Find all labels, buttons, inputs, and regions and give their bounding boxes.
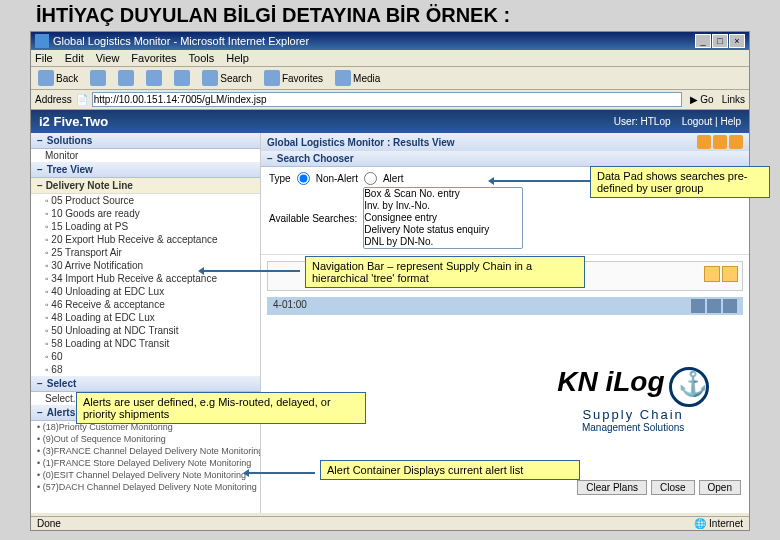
home-icon: [174, 70, 190, 86]
slide-title: İHTİYAÇ DUYULAN BİLGİ DETAYINA BİR ÖRNEK…: [0, 0, 780, 31]
delivery-note-header[interactable]: − Delivery Note Line: [31, 178, 260, 194]
help-link[interactable]: Help: [720, 116, 741, 127]
search-chooser-header[interactable]: −Search Chooser: [261, 151, 749, 167]
favorites-button[interactable]: Favorites: [261, 69, 326, 87]
search-select[interactable]: Box & Scan No. entryInv. by Inv.-No.Cons…: [363, 187, 523, 249]
callout-navbar: Navigation Bar – represent Supply Chain …: [305, 256, 585, 288]
back-button[interactable]: Back: [35, 69, 81, 87]
menu-view[interactable]: View: [96, 52, 120, 64]
callout-alerts: Alerts are user defined, e.g Mis-routed,…: [76, 392, 366, 424]
menu-edit[interactable]: Edit: [65, 52, 84, 64]
tree-item[interactable]: ◦ 68: [31, 363, 260, 376]
ts-icon-3[interactable]: [723, 299, 737, 313]
callout-datapad: Data Pad shows searches pre-defined by u…: [590, 166, 770, 198]
alert-item[interactable]: • (57)DACH Channel Delayed Delivery Note…: [31, 481, 260, 493]
alert-item[interactable]: • (9)Out of Sequence Monitoring: [31, 433, 260, 445]
ts-icon-1[interactable]: [691, 299, 705, 313]
arrow-1: [490, 180, 590, 182]
logo-sub1: Supply Chain: [557, 407, 709, 422]
tree-item[interactable]: ◦ 50 Unloading at NDC Transit: [31, 324, 260, 337]
tree-item[interactable]: ◦ 10 Goods are ready: [31, 207, 260, 220]
links-label[interactable]: Links: [722, 94, 745, 105]
tree-item[interactable]: ◦ 40 Unloading at EDC Lux: [31, 285, 260, 298]
stop-button[interactable]: [115, 69, 137, 87]
address-bar: Address 📄 ▶ Go Links: [31, 90, 749, 110]
status-bar: Done 🌐 Internet: [31, 516, 749, 530]
media-button[interactable]: Media: [332, 69, 383, 87]
menu-file[interactable]: File: [35, 52, 53, 64]
go-button[interactable]: ▶ Go: [686, 94, 718, 105]
app-header: i2 Five.Two User: HTLop Logout | Help: [31, 110, 749, 133]
search-button[interactable]: Search: [199, 69, 255, 87]
tree-item[interactable]: ◦ 20 Export Hub Receive & acceptance: [31, 233, 260, 246]
status-zone: 🌐 Internet: [694, 518, 743, 529]
treeview-header[interactable]: −Tree View: [31, 162, 260, 178]
home-button[interactable]: [171, 69, 193, 87]
logo-text: KN iLog: [557, 366, 664, 397]
alert-radio[interactable]: [364, 172, 377, 185]
alert-item[interactable]: • (1)FRANCE Store Delayed Delivery Note …: [31, 457, 260, 469]
forward-button[interactable]: [87, 69, 109, 87]
alert-item[interactable]: • (0)ESIT Channel Delayed Delivery Note …: [31, 469, 260, 481]
monitor-item[interactable]: Monitor: [31, 149, 260, 162]
window-titlebar: Global Logistics Monitor - Microsoft Int…: [31, 32, 749, 50]
close-button[interactable]: ×: [729, 34, 745, 48]
arrow-4: [245, 472, 315, 474]
forward-icon: [90, 70, 106, 86]
address-label: Address: [35, 94, 72, 105]
favorites-icon: [264, 70, 280, 86]
tree-item[interactable]: ◦ 58 Loading at NDC Transit: [31, 337, 260, 350]
close-panel-button[interactable]: Close: [651, 480, 695, 495]
results-header: Global Logistics Monitor : Results View: [261, 133, 749, 151]
select-header[interactable]: −Select: [31, 376, 260, 392]
tree-item[interactable]: ◦ 46 Receive & acceptance: [31, 298, 260, 311]
app-brand: i2 Five.Two: [39, 114, 108, 129]
arrow-2: [200, 270, 300, 272]
media-icon: [335, 70, 351, 86]
tree-item[interactable]: ◦ 15 Loading at PS: [31, 220, 260, 233]
result-btn-1[interactable]: [704, 266, 720, 282]
timestamp-bar: 4-01:00: [267, 297, 743, 315]
address-input[interactable]: [92, 92, 682, 107]
window-title: Global Logistics Monitor - Microsoft Int…: [53, 35, 309, 47]
result-btn-2[interactable]: [722, 266, 738, 282]
menu-bar: File Edit View Favorites Tools Help: [31, 50, 749, 67]
kn-logo: KN iLog Supply Chain Management Solution…: [557, 366, 709, 433]
ts-icon-2[interactable]: [707, 299, 721, 313]
callout-alertcontainer: Alert Container Displays current alert l…: [320, 460, 580, 480]
toolbar: Back Search Favorites Media: [31, 67, 749, 90]
open-button[interactable]: Open: [699, 480, 741, 495]
page-icon: 📄: [76, 94, 88, 105]
ie-icon: [35, 34, 49, 48]
solutions-header[interactable]: −Solutions: [31, 133, 260, 149]
user-label: User: HTLop: [614, 116, 671, 127]
warning-icon[interactable]: [697, 135, 711, 149]
left-sidebar: −Solutions Monitor −Tree View − Delivery…: [31, 133, 261, 513]
tree-item[interactable]: ◦ 05 Product Source: [31, 194, 260, 207]
maximize-button[interactable]: □: [712, 34, 728, 48]
anchor-icon: [669, 367, 709, 407]
tree-item[interactable]: ◦ 48 Loading at EDC Lux: [31, 311, 260, 324]
info-icon[interactable]: [713, 135, 727, 149]
menu-help[interactable]: Help: [226, 52, 249, 64]
type-label: Type: [269, 173, 291, 184]
tree-item[interactable]: ◦ 25 Transport Air: [31, 246, 260, 259]
refresh-icon: [146, 70, 162, 86]
tool-icon[interactable]: [729, 135, 743, 149]
menu-tools[interactable]: Tools: [189, 52, 215, 64]
logout-link[interactable]: Logout: [682, 116, 713, 127]
minimize-button[interactable]: _: [695, 34, 711, 48]
menu-favorites[interactable]: Favorites: [131, 52, 176, 64]
stop-icon: [118, 70, 134, 86]
tree-item[interactable]: ◦ 34 Import Hub Receive & acceptance: [31, 272, 260, 285]
tree-item[interactable]: ◦ 60: [31, 350, 260, 363]
status-done: Done: [37, 518, 61, 529]
back-icon: [38, 70, 54, 86]
search-icon: [202, 70, 218, 86]
refresh-button[interactable]: [143, 69, 165, 87]
logo-sub2: Management Solutions: [557, 422, 709, 433]
clear-plans-button[interactable]: Clear Plans: [577, 480, 647, 495]
nonalert-radio[interactable]: [297, 172, 310, 185]
alert-item[interactable]: • (3)FRANCE Channel Delayed Delivery Not…: [31, 445, 260, 457]
avail-label: Available Searches:: [269, 213, 357, 224]
